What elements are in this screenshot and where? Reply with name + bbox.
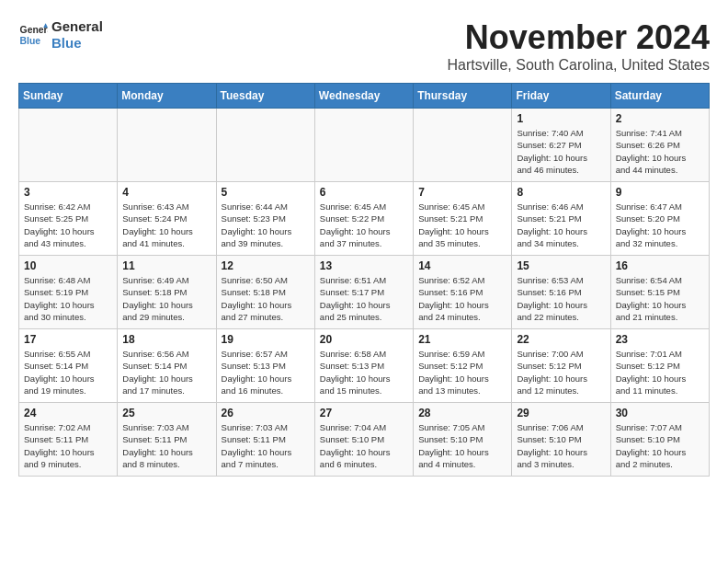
calendar-cell <box>216 109 314 182</box>
calendar-cell: 8Sunrise: 6:46 AM Sunset: 5:21 PM Daylig… <box>512 182 610 256</box>
day-info: Sunrise: 6:59 AM Sunset: 5:12 PM Dayligh… <box>418 348 506 396</box>
day-info: Sunrise: 6:49 AM Sunset: 5:18 PM Dayligh… <box>122 274 210 323</box>
calendar-cell: 29Sunrise: 7:06 AM Sunset: 5:10 PM Dayli… <box>512 403 610 477</box>
logo-text-general: General <box>51 18 103 35</box>
day-info: Sunrise: 7:41 AM Sunset: 6:26 PM Dayligh… <box>616 127 704 176</box>
calendar-cell: 19Sunrise: 6:57 AM Sunset: 5:13 PM Dayli… <box>216 329 314 403</box>
day-number: 2 <box>616 112 704 125</box>
calendar-cell: 11Sunrise: 6:49 AM Sunset: 5:18 PM Dayli… <box>118 256 216 329</box>
calendar-cell: 15Sunrise: 6:53 AM Sunset: 5:16 PM Dayli… <box>512 256 610 329</box>
calendar-week-row: 3Sunrise: 6:42 AM Sunset: 5:25 PM Daylig… <box>19 182 710 256</box>
calendar-cell: 23Sunrise: 7:01 AM Sunset: 5:12 PM Dayli… <box>610 329 709 403</box>
day-number: 27 <box>320 407 408 419</box>
day-info: Sunrise: 6:43 AM Sunset: 5:24 PM Dayligh… <box>122 201 210 249</box>
calendar-cell: 9Sunrise: 6:47 AM Sunset: 5:20 PM Daylig… <box>610 182 709 256</box>
day-info: Sunrise: 7:04 AM Sunset: 5:10 PM Dayligh… <box>320 421 408 470</box>
day-number: 5 <box>222 186 310 199</box>
calendar-week-row: 1Sunrise: 7:40 AM Sunset: 6:27 PM Daylig… <box>19 109 710 182</box>
day-number: 20 <box>320 333 408 346</box>
day-number: 7 <box>418 186 506 199</box>
day-number: 28 <box>418 407 506 419</box>
day-number: 4 <box>122 186 210 199</box>
day-number: 22 <box>517 333 605 346</box>
day-number: 21 <box>418 333 506 346</box>
day-info: Sunrise: 6:50 AM Sunset: 5:18 PM Dayligh… <box>222 274 310 323</box>
day-number: 11 <box>122 259 210 272</box>
column-header-monday: Monday <box>118 84 216 109</box>
day-number: 24 <box>24 407 112 419</box>
calendar-cell: 16Sunrise: 6:54 AM Sunset: 5:15 PM Dayli… <box>610 256 709 329</box>
day-info: Sunrise: 6:58 AM Sunset: 5:13 PM Dayligh… <box>320 348 408 396</box>
day-number: 25 <box>122 407 210 419</box>
day-number: 16 <box>616 259 704 272</box>
calendar-cell: 24Sunrise: 7:02 AM Sunset: 5:11 PM Dayli… <box>19 403 118 477</box>
calendar-cell <box>414 109 512 182</box>
day-number: 15 <box>517 259 605 272</box>
day-info: Sunrise: 6:51 AM Sunset: 5:17 PM Dayligh… <box>320 274 408 323</box>
day-info: Sunrise: 7:06 AM Sunset: 5:10 PM Dayligh… <box>517 421 605 470</box>
calendar-table: SundayMondayTuesdayWednesdayThursdayFrid… <box>18 83 710 477</box>
calendar-cell: 25Sunrise: 7:03 AM Sunset: 5:11 PM Dayli… <box>118 403 216 477</box>
calendar-cell: 14Sunrise: 6:52 AM Sunset: 5:16 PM Dayli… <box>414 256 512 329</box>
header: General Blue General Blue November 2024 … <box>18 18 710 74</box>
logo-icon: General Blue <box>18 20 48 50</box>
day-number: 13 <box>320 259 408 272</box>
day-number: 10 <box>24 259 112 272</box>
svg-text:Blue: Blue <box>20 36 41 46</box>
calendar-cell: 26Sunrise: 7:03 AM Sunset: 5:11 PM Dayli… <box>216 403 314 477</box>
day-number: 26 <box>222 407 310 419</box>
title-area: November 2024 Hartsville, South Carolina… <box>448 18 710 74</box>
calendar-cell: 3Sunrise: 6:42 AM Sunset: 5:25 PM Daylig… <box>19 182 118 256</box>
calendar-cell <box>118 109 216 182</box>
day-number: 17 <box>24 333 112 346</box>
column-header-saturday: Saturday <box>610 84 709 109</box>
day-number: 12 <box>222 259 310 272</box>
location-title: Hartsville, South Carolina, United State… <box>448 57 710 74</box>
day-info: Sunrise: 7:02 AM Sunset: 5:11 PM Dayligh… <box>24 421 112 470</box>
column-header-wednesday: Wednesday <box>314 84 413 109</box>
day-info: Sunrise: 7:03 AM Sunset: 5:11 PM Dayligh… <box>122 421 210 470</box>
logo: General Blue General Blue <box>18 18 103 52</box>
calendar-cell <box>19 109 118 182</box>
day-number: 14 <box>418 259 506 272</box>
svg-text:General: General <box>20 25 48 35</box>
calendar-cell: 10Sunrise: 6:48 AM Sunset: 5:19 PM Dayli… <box>19 256 118 329</box>
day-number: 18 <box>122 333 210 346</box>
calendar-cell: 4Sunrise: 6:43 AM Sunset: 5:24 PM Daylig… <box>118 182 216 256</box>
day-info: Sunrise: 6:45 AM Sunset: 5:22 PM Dayligh… <box>320 201 408 249</box>
day-info: Sunrise: 6:42 AM Sunset: 5:25 PM Dayligh… <box>24 201 112 249</box>
calendar-cell: 27Sunrise: 7:04 AM Sunset: 5:10 PM Dayli… <box>314 403 413 477</box>
day-info: Sunrise: 7:40 AM Sunset: 6:27 PM Dayligh… <box>517 127 605 176</box>
month-title: November 2024 <box>448 18 710 57</box>
calendar-cell: 2Sunrise: 7:41 AM Sunset: 6:26 PM Daylig… <box>610 109 709 182</box>
day-info: Sunrise: 6:45 AM Sunset: 5:21 PM Dayligh… <box>418 201 506 249</box>
day-info: Sunrise: 6:52 AM Sunset: 5:16 PM Dayligh… <box>418 274 506 323</box>
day-info: Sunrise: 6:54 AM Sunset: 5:15 PM Dayligh… <box>616 274 704 323</box>
day-info: Sunrise: 6:44 AM Sunset: 5:23 PM Dayligh… <box>222 201 310 249</box>
day-info: Sunrise: 7:05 AM Sunset: 5:10 PM Dayligh… <box>418 421 506 470</box>
column-header-tuesday: Tuesday <box>216 84 314 109</box>
calendar-cell <box>314 109 413 182</box>
calendar-cell: 21Sunrise: 6:59 AM Sunset: 5:12 PM Dayli… <box>414 329 512 403</box>
day-info: Sunrise: 6:56 AM Sunset: 5:14 PM Dayligh… <box>122 348 210 396</box>
calendar-week-row: 10Sunrise: 6:48 AM Sunset: 5:19 PM Dayli… <box>19 256 710 329</box>
day-info: Sunrise: 7:03 AM Sunset: 5:11 PM Dayligh… <box>222 421 310 470</box>
calendar-cell: 20Sunrise: 6:58 AM Sunset: 5:13 PM Dayli… <box>314 329 413 403</box>
calendar-cell: 5Sunrise: 6:44 AM Sunset: 5:23 PM Daylig… <box>216 182 314 256</box>
column-header-friday: Friday <box>512 84 610 109</box>
calendar-cell: 17Sunrise: 6:55 AM Sunset: 5:14 PM Dayli… <box>19 329 118 403</box>
calendar-cell: 13Sunrise: 6:51 AM Sunset: 5:17 PM Dayli… <box>314 256 413 329</box>
column-header-thursday: Thursday <box>414 84 512 109</box>
day-number: 6 <box>320 186 408 199</box>
calendar-cell: 12Sunrise: 6:50 AM Sunset: 5:18 PM Dayli… <box>216 256 314 329</box>
day-number: 29 <box>517 407 605 419</box>
day-number: 3 <box>24 186 112 199</box>
calendar-cell: 7Sunrise: 6:45 AM Sunset: 5:21 PM Daylig… <box>414 182 512 256</box>
day-info: Sunrise: 6:55 AM Sunset: 5:14 PM Dayligh… <box>24 348 112 396</box>
calendar-week-row: 24Sunrise: 7:02 AM Sunset: 5:11 PM Dayli… <box>19 403 710 477</box>
calendar-cell: 28Sunrise: 7:05 AM Sunset: 5:10 PM Dayli… <box>414 403 512 477</box>
column-header-sunday: Sunday <box>19 84 118 109</box>
day-number: 19 <box>222 333 310 346</box>
calendar-week-row: 17Sunrise: 6:55 AM Sunset: 5:14 PM Dayli… <box>19 329 710 403</box>
day-info: Sunrise: 7:07 AM Sunset: 5:10 PM Dayligh… <box>616 421 704 470</box>
